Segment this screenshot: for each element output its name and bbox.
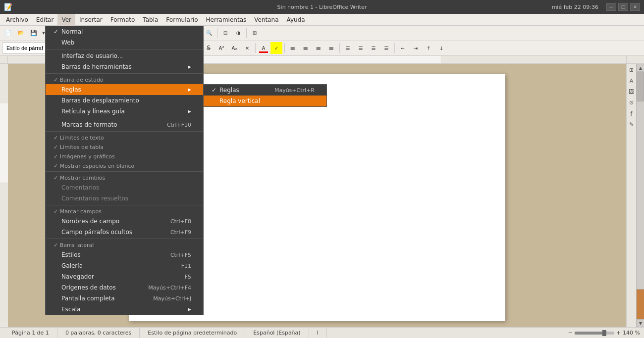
svg-rect-3 xyxy=(0,103,8,183)
manage-icon[interactable]: ✎ xyxy=(628,120,636,128)
menu-ver-interfaz[interactable]: Interfaz de usuario... xyxy=(46,50,203,61)
scroll-down-button[interactable]: ▼ xyxy=(637,319,644,327)
submenu-regla-vertical[interactable]: Regla vertical xyxy=(204,96,326,106)
list-ordered[interactable]: ☰ xyxy=(355,42,367,54)
save-button[interactable]: 💾 xyxy=(28,27,40,39)
superscript-button[interactable]: A² xyxy=(215,42,227,54)
strikethrough-button[interactable]: S̶ xyxy=(203,42,215,54)
align-right[interactable]: ≡ xyxy=(313,42,324,54)
menu-ver-barras-desplaz[interactable]: Barras de desplazamiento xyxy=(46,95,203,106)
menu-formulario[interactable]: Formulario xyxy=(162,14,202,26)
reglas-submenu: ✓Reglas Mayús+Ctrl+R Regla vertical xyxy=(203,84,327,107)
find-replace[interactable]: 🔍 xyxy=(203,27,215,39)
sep6 xyxy=(246,28,247,38)
list-ordered2[interactable]: ☰ xyxy=(380,42,392,54)
align-justify[interactable]: ≡ xyxy=(325,42,337,54)
zoom-slider[interactable] xyxy=(575,332,614,335)
zoom-out-icon[interactable]: − xyxy=(568,330,573,336)
datasources[interactable]: ⊞ xyxy=(249,27,261,39)
titlebar: 📝 Sin nombre 1 - LibreOffice Writer mié … xyxy=(0,0,644,14)
open-button[interactable]: 📂 xyxy=(15,27,27,39)
ruler-corner xyxy=(0,56,8,64)
menu-ver-web[interactable]: Web xyxy=(46,37,203,48)
statusbar: Página 1 de 1 0 palabras, 0 caracteres E… xyxy=(0,327,644,338)
paragraph-spacing-inc[interactable]: ↓ xyxy=(435,42,447,54)
sep6 xyxy=(46,205,203,205)
functions-icon[interactable]: ƒ xyxy=(628,109,636,117)
close-button[interactable]: ✕ xyxy=(630,3,640,11)
menu-ayuda[interactable]: Ayuda xyxy=(283,14,309,26)
scroll-active-area xyxy=(637,290,644,319)
scroll-thumb[interactable] xyxy=(637,72,644,101)
toggle-sidebar[interactable]: ⊡ xyxy=(219,27,231,39)
indent-increase[interactable]: ⇥ xyxy=(410,42,422,54)
titlebar-title: Sin nombre 1 - LibreOffice Writer xyxy=(0,4,644,10)
font-color-button[interactable]: A xyxy=(258,42,269,54)
menu-ver-reticula[interactable]: Retícula y líneas guía ▶ xyxy=(46,106,203,117)
status-style: Estilo de página predeterminado xyxy=(140,328,245,338)
menu-insertar[interactable]: Insertar xyxy=(75,14,107,26)
minimize-button[interactable]: — xyxy=(606,3,616,11)
menu-ver-galeria[interactable]: Galería F11 xyxy=(46,260,203,271)
styles-icon[interactable]: A xyxy=(628,77,636,85)
menu-formato[interactable]: Formato xyxy=(107,14,139,26)
sep-fmt4 xyxy=(255,43,256,53)
barra-lateral-label: ✓ Barra lateral xyxy=(46,240,203,249)
menu-ventana[interactable]: Ventana xyxy=(250,14,282,26)
mostrar-cambios-label: ✓ Mostrar cambios xyxy=(46,173,203,182)
marcar-campos-label: ✓ Marcar campos xyxy=(46,206,203,216)
menu-ver-origenes[interactable]: Orígenes de datos Mayús+Ctrl+F4 xyxy=(46,282,203,293)
right-panel-icons: ⊞ A 🖼 ⊙ ƒ ✎ xyxy=(626,64,636,327)
highlight-button[interactable]: ✓ xyxy=(270,42,282,54)
menu-ver[interactable]: Ver xyxy=(57,14,75,26)
zoom-in-icon[interactable]: + xyxy=(616,330,621,336)
new-button[interactable]: 📄 xyxy=(2,27,14,39)
zoom-level[interactable]: 140 % xyxy=(623,330,640,336)
scroll-track[interactable] xyxy=(637,72,644,290)
limites-texto-label: ✓ Límites de texto xyxy=(46,133,203,142)
sep-fmt6 xyxy=(339,43,340,53)
menu-ver-normal[interactable]: ✓Normal xyxy=(46,26,203,37)
menu-ver-escala[interactable]: Escala ▶ xyxy=(46,304,203,315)
gallery-icon[interactable]: 🖼 xyxy=(628,88,636,96)
cursor-pos: I xyxy=(317,330,319,336)
sep-fmt5 xyxy=(284,43,285,53)
menu-ver-reglas[interactable]: Reglas ▶ ✓Reglas Mayús+Ctrl+R Regla vert… xyxy=(46,84,203,95)
status-lang: Español (España) xyxy=(245,328,309,338)
app-icon: 📝 xyxy=(4,3,12,11)
menubar: Archivo Editar Ver Insertar Formato Tabl… xyxy=(0,14,644,26)
paragraph-spacing-dec[interactable]: ↑ xyxy=(423,42,434,54)
sep5 xyxy=(217,28,217,38)
menu-tabla[interactable]: Tabla xyxy=(139,14,162,26)
menu-archivo[interactable]: Archivo xyxy=(2,14,32,26)
titlebar-controls: mié feb 22 09:36 — □ ✕ xyxy=(552,3,640,11)
menu-ver-pantalla[interactable]: Pantalla completa Mayús+Ctrl+J xyxy=(46,293,203,304)
menu-ver-marcas[interactable]: Marcas de formato Ctrl+F10 xyxy=(46,119,203,130)
toggle-shadow[interactable]: ◑ xyxy=(232,27,244,39)
language: Español (España) xyxy=(253,330,300,336)
menu-ver-barras[interactable]: Barras de herramientas ▶ xyxy=(46,61,203,72)
submenu-reglas[interactable]: ✓Reglas Mayús+Ctrl+R xyxy=(204,85,326,96)
menu-ver-nombres-campo[interactable]: Nombres de campo Ctrl+F8 xyxy=(46,216,203,227)
scrollbar-vertical[interactable]: ▲ ▼ xyxy=(636,64,644,327)
list-unordered2[interactable]: ☰ xyxy=(368,42,379,54)
subscript-button[interactable]: A₂ xyxy=(228,42,240,54)
menu-editar[interactable]: Editar xyxy=(32,14,58,26)
indent-decrease[interactable]: ⇤ xyxy=(397,42,409,54)
menu-ver-estilos[interactable]: Estilos Ctrl+F5 xyxy=(46,249,203,260)
list-unordered[interactable]: ☰ xyxy=(342,42,354,54)
barra-estado-section: ✓ Barra de estado xyxy=(46,75,203,84)
menu-ver-campo-parrafos[interactable]: Campo párrafos ocultos Ctrl+F9 xyxy=(46,227,203,238)
maximize-button[interactable]: □ xyxy=(618,3,628,11)
align-center[interactable]: ≡ xyxy=(300,42,312,54)
menu-ver-navegador[interactable]: Navegador F5 xyxy=(46,271,203,282)
scroll-up-button[interactable]: ▲ xyxy=(637,64,644,72)
align-left[interactable]: ≡ xyxy=(287,42,299,54)
page-count: Página 1 de 1 xyxy=(12,330,49,336)
properties-icon[interactable]: ⊞ xyxy=(628,66,636,74)
clear-format[interactable]: ✕ xyxy=(241,42,253,54)
navigator-icon[interactable]: ⊙ xyxy=(628,98,636,106)
menu-herramientas[interactable]: Herramientas xyxy=(202,14,251,26)
sep1 xyxy=(46,49,203,49)
sep2 xyxy=(46,73,203,74)
